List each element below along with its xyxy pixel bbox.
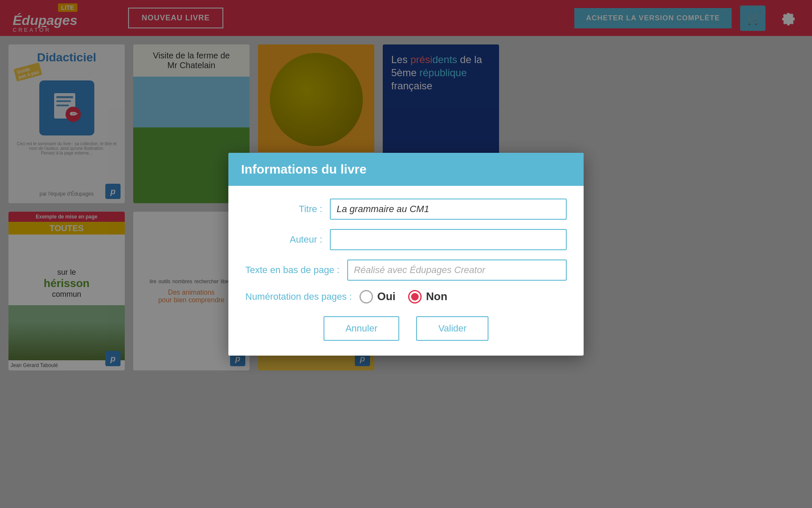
radio-non-label: Non [426, 290, 447, 303]
form-row-auteur: Auteur : [245, 229, 567, 250]
modal-informations: Informations du livre Titre : Auteur : T… [228, 153, 584, 356]
titre-label: Titre : [245, 204, 330, 215]
valider-button[interactable]: Valider [416, 316, 488, 341]
form-row-texte: Texte en bas de page : [245, 260, 567, 281]
radio-option-non[interactable]: Non [408, 290, 447, 304]
radio-oui-label: Oui [377, 290, 395, 303]
form-row-titre: Titre : [245, 199, 567, 220]
modal-title: Informations du livre [241, 162, 571, 177]
radio-non-circle[interactable] [408, 290, 422, 304]
radio-option-oui[interactable]: Oui [359, 290, 395, 304]
auteur-label: Auteur : [245, 234, 330, 245]
texte-input[interactable] [347, 260, 567, 281]
modal-buttons: Annuler Valider [245, 316, 567, 341]
titre-input[interactable] [330, 199, 567, 220]
annuler-button[interactable]: Annuler [324, 316, 400, 341]
radio-group-numerotation: Oui Non [359, 290, 447, 304]
radio-oui-circle[interactable] [359, 290, 373, 304]
modal-body: Titre : Auteur : Texte en bas de page : … [228, 186, 584, 356]
modal-header: Informations du livre [228, 153, 584, 186]
form-row-numerotation: Numérotation des pages : Oui Non [245, 290, 567, 304]
radio-non-inner [411, 293, 419, 301]
numerotation-label: Numérotation des pages : [245, 291, 359, 302]
auteur-input[interactable] [330, 229, 567, 250]
modal-overlay: Informations du livre Titre : Auteur : T… [0, 0, 812, 508]
texte-label: Texte en bas de page : [245, 265, 347, 276]
